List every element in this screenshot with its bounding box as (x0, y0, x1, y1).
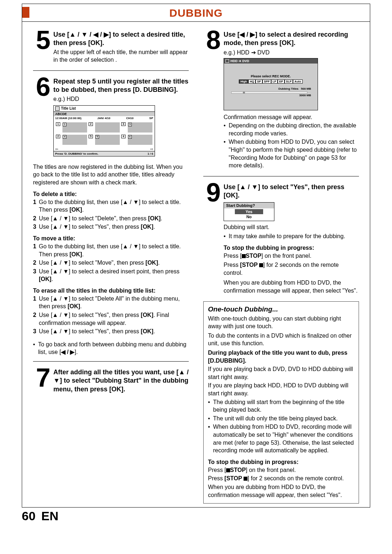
left-arrow-icon: ⇦ (55, 147, 58, 151)
onetouch-bullets: •The dubbing will start from the beginni… (208, 398, 354, 455)
mock-time: 12:00AM (10:00:00) (55, 117, 81, 120)
goback-bullet: • To go back and forth between dubbing m… (33, 341, 189, 356)
step6-paragraph: The titles are now registered in the dub… (33, 163, 189, 187)
stop-heading: To stop the dubbing in progress: (224, 245, 359, 251)
mode-option: LP (271, 80, 278, 83)
example-label: e.g.) HDD ➔ DVD (224, 49, 359, 56)
section-title: DUBBING (22, 4, 370, 22)
stat-value: 3000 MB (299, 94, 311, 97)
columns: 5 Use [▲ / ▼ / ◀ / ▶] to select a desire… (22, 22, 370, 507)
step-7: 7 After adding all the titles you want, … (33, 367, 189, 394)
list-item: 1Use [▲ / ▼] to select "Delete All" in t… (33, 295, 189, 310)
tag: 3 (121, 122, 126, 126)
num: 3 (33, 268, 39, 283)
text: Depending on the dubbing direction, the … (229, 122, 359, 137)
thumb: 1 (62, 122, 87, 133)
num: 2 (33, 311, 39, 327)
list-item: 3Use [▲ / ▼] to select "Yes", then press… (33, 327, 189, 335)
mock-date: JAN/ 4/10 (97, 117, 110, 120)
mode-strip: High HQ SP SPP LP EP SLP Auto (228, 80, 314, 83)
text: With one-touch dubbing, you can start du… (208, 315, 354, 330)
num: 1 (33, 243, 39, 258)
option-no: No (224, 214, 274, 219)
tag: 4 (121, 135, 126, 138)
list-item: 2Use [▲ / ▼] to select "Yes", then press… (33, 311, 189, 327)
one-touch-title: One-touch Dubbing... (208, 305, 354, 313)
text: The dubbing will start from the beginnin… (213, 398, 354, 414)
num: 1 (33, 295, 39, 310)
corner: 3 (128, 123, 132, 126)
mock-message: Please select REC MODE. (228, 74, 314, 78)
stop-icon (244, 477, 248, 481)
mock-stats: Dubbing Titles 500 MB 3000 MB (228, 87, 314, 98)
list-item: 3Use [▲ / ▼] to select "Yes", then press… (33, 223, 189, 231)
stat-value: 500 MB (301, 87, 311, 90)
text: When you are dubbing from HDD to DVD, th… (208, 483, 354, 499)
text: Use [▲ / ▼] to select "Delete All" in th… (39, 295, 189, 310)
right-column: 8 Use [◀ / ▶] to select a desired record… (203, 29, 359, 504)
delete-title-heading: To delete a title: (33, 191, 189, 197)
step8-bullets: •Depending on the dubbing direction, the… (224, 122, 359, 170)
stop-icon (242, 254, 246, 258)
text: Go to the dubbing list, then use [▲ / ▼]… (39, 243, 189, 258)
step-5: 5 Use [▲ / ▼ / ◀ / ▶] to select a desire… (33, 29, 189, 64)
mock-foot-msg: Press 'D. DUBBING' to confirm. (55, 152, 98, 155)
thumb: 5 (95, 135, 120, 145)
arrow-glyphs: ▲ / ▼ / ◀ / ▶ (69, 31, 109, 38)
erase-title-heading: To erase all the titles in the dubbing t… (33, 288, 189, 294)
step-heading: Use [▲ / ▼] to select "Yes", then press … (224, 183, 359, 200)
thumb (95, 122, 120, 133)
mode-option: HQ (248, 80, 256, 83)
text: Use [▲ / ▼] to select "Move", then press… (39, 259, 189, 267)
stop-line-1: Press [STOP] on the front panel. (224, 252, 359, 260)
start-dubbing-mock: Start Dubbing? Yes No (224, 202, 274, 221)
text: Go to the dubbing list, then use [▲ / ▼]… (39, 198, 189, 214)
option-yes: Yes (235, 209, 263, 214)
num: 1 (33, 198, 39, 214)
text: Use [▲ / ▼] to select "Yes", then press … (39, 223, 189, 231)
num: 3 (33, 327, 39, 335)
text: Use [▲ / ▼] to select "Yes", then press … (39, 327, 189, 335)
step-number: 8 (203, 29, 224, 51)
text: Use [▲ / ▼] to select "Delete", then pre… (39, 215, 189, 223)
list-item: 2Use [▲ / ▼] to select "Move", then pres… (33, 259, 189, 267)
bullet-icon: • (208, 415, 213, 423)
thumb: 3 (128, 122, 152, 133)
step-heading: Repeat step 5 until you register all the… (53, 77, 189, 94)
step-heading: Use [▲ / ▼ / ◀ / ▶] to select a desired … (53, 30, 189, 48)
bullet-icon: • (208, 423, 213, 454)
corner: 1 (63, 123, 66, 126)
step-number: 9 (203, 182, 224, 204)
start-text: Dubbing will start. (224, 223, 359, 231)
page-footer: 60 EN (0, 509, 392, 530)
bullet-icon: • (224, 122, 229, 137)
page-frame: DUBBING 5 Use [▲ / ▼ / ◀ / ▶] to select … (22, 4, 370, 508)
step-subtext: At the upper left of each title, the num… (53, 48, 189, 64)
text: Use [▲ / ▼] to select a desired insert p… (39, 268, 189, 283)
move-title-heading: To move a title: (33, 235, 189, 242)
bullet-icon: • (33, 341, 38, 356)
step-number: 5 (33, 29, 53, 51)
corner: 6 (128, 135, 132, 139)
mode-option: High (239, 80, 248, 83)
tag: 2 (89, 122, 93, 126)
tag: 1 (56, 122, 60, 126)
mode-option: EP (278, 80, 285, 83)
mock-foot-page: 1 / 6 (147, 152, 153, 155)
corner: 4 (63, 135, 66, 139)
step-8: 8 Use [◀ / ▶] to select a desired record… (203, 29, 359, 170)
text: The unit will dub only the title being p… (213, 415, 354, 423)
text: To go back and forth between dubbing men… (38, 341, 189, 356)
during-heading: During playback of the title you want to… (208, 349, 354, 364)
mock-header: HDD ➔ DVD (230, 59, 249, 63)
step-6: 6 Repeat step 5 until you register all t… (33, 76, 189, 156)
confirm-text: Confirmation message will appear. (224, 113, 359, 121)
bullet-icon: • (224, 138, 229, 169)
example-label: e.g.) HDD (53, 96, 189, 102)
corner: 5 (95, 135, 99, 139)
thumb: 6 (128, 135, 152, 145)
progress-dot (243, 91, 245, 94)
num: 3 (33, 223, 39, 231)
move-list: 1Go to the dubbing list, then use [▲ / ▼… (33, 243, 189, 283)
progress-bar (231, 91, 307, 94)
